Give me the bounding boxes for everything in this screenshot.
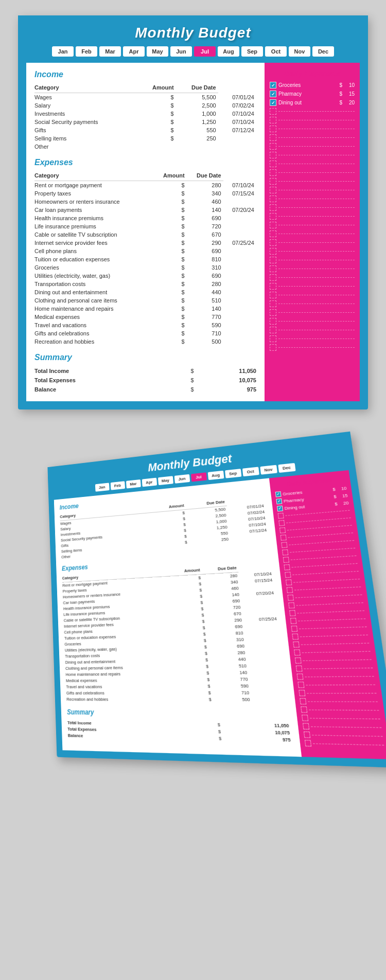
s-empty-checkbox[interactable] xyxy=(283,557,289,563)
second-month-tab-mar[interactable]: Mar xyxy=(126,479,141,489)
empty-checkbox[interactable] xyxy=(270,117,276,123)
daily-checkbox[interactable] xyxy=(270,99,276,106)
s-empty-checkbox[interactable] xyxy=(279,527,286,533)
month-tab-jun[interactable]: Jun xyxy=(170,46,192,57)
second-month-tab-nov[interactable]: Nov xyxy=(260,465,277,475)
month-tab-feb[interactable]: Feb xyxy=(76,46,97,57)
empty-checkbox[interactable] xyxy=(270,327,276,333)
empty-checkbox[interactable] xyxy=(270,143,276,150)
month-tab-jul[interactable]: Jul xyxy=(194,46,216,57)
income-dollar: $ xyxy=(138,134,176,142)
s-empty-checkbox[interactable] xyxy=(290,618,297,624)
s-empty-checkbox[interactable] xyxy=(287,595,294,601)
s-empty-checkbox[interactable] xyxy=(299,690,305,696)
empty-checkbox[interactable] xyxy=(270,108,276,115)
daily-checkbox[interactable] xyxy=(270,82,276,88)
empty-checkbox[interactable] xyxy=(270,344,276,351)
second-month-tab-dec[interactable]: Dec xyxy=(278,463,295,473)
empty-checkbox[interactable] xyxy=(270,292,276,298)
empty-checkbox[interactable] xyxy=(270,204,276,211)
second-month-tab-apr[interactable]: Apr xyxy=(142,478,156,487)
s-empty-checkbox[interactable] xyxy=(305,740,312,746)
empty-checkbox[interactable] xyxy=(270,257,276,263)
s-empty-checkbox[interactable] xyxy=(303,723,309,729)
income-title: Income xyxy=(34,70,256,79)
s-empty-checkbox[interactable] xyxy=(278,520,285,526)
s-empty-checkbox[interactable] xyxy=(288,602,295,609)
month-tab-aug[interactable]: Aug xyxy=(218,46,239,57)
s-empty-checkbox[interactable] xyxy=(302,715,308,721)
s-empty-checkbox[interactable] xyxy=(282,549,288,556)
s-empty-checkbox[interactable] xyxy=(293,642,300,648)
empty-checkbox[interactable] xyxy=(270,126,276,132)
second-month-tab-may[interactable]: May xyxy=(157,476,173,485)
expense-due: 07/15/24 xyxy=(223,189,256,198)
month-tab-sep[interactable]: Sep xyxy=(241,46,263,57)
expense-dollar: $ xyxy=(154,189,187,198)
s-empty-checkbox[interactable] xyxy=(278,513,284,519)
s-empty-checkbox[interactable] xyxy=(285,572,291,578)
second-month-tab-oct[interactable]: Oct xyxy=(242,467,259,477)
second-month-tab-feb[interactable]: Feb xyxy=(110,481,125,490)
expense-row: Medical expenses $ 770 xyxy=(34,313,256,321)
s-empty-checkbox[interactable] xyxy=(284,564,290,571)
month-tab-apr[interactable]: Apr xyxy=(123,46,145,57)
s-empty-checkbox[interactable] xyxy=(289,610,296,616)
income-category: Wages xyxy=(34,93,138,102)
s-empty-checkbox[interactable] xyxy=(304,732,310,738)
empty-checkbox[interactable] xyxy=(270,161,276,167)
s-daily-checkbox[interactable] xyxy=(276,498,282,505)
s-empty-checkbox[interactable] xyxy=(297,673,304,680)
second-month-tab-aug[interactable]: Aug xyxy=(207,471,224,480)
month-tab-may[interactable]: May xyxy=(147,46,168,57)
s-daily-checkbox[interactable] xyxy=(275,491,282,497)
empty-checkbox[interactable] xyxy=(270,169,276,176)
month-tab-mar[interactable]: Mar xyxy=(99,46,121,57)
month-tab-oct[interactable]: Oct xyxy=(265,46,287,57)
s-empty-checkbox[interactable] xyxy=(280,534,287,541)
s-empty-checkbox[interactable] xyxy=(287,587,293,593)
s-empty-checkbox[interactable] xyxy=(301,706,307,713)
second-month-tab-jun[interactable]: Jun xyxy=(174,474,190,484)
empty-checkbox[interactable] xyxy=(270,152,276,158)
empty-checkbox[interactable] xyxy=(270,309,276,316)
s-empty-checkbox[interactable] xyxy=(286,579,292,585)
daily-checkbox[interactable] xyxy=(270,91,276,97)
s-empty-checkbox[interactable] xyxy=(300,698,306,704)
empty-checkbox[interactable] xyxy=(270,248,276,255)
s-empty-line xyxy=(287,525,352,530)
daily-empty-row xyxy=(270,169,355,176)
s-empty-checkbox[interactable] xyxy=(295,657,302,664)
month-tab-dec[interactable]: Dec xyxy=(312,46,334,57)
s-empty-checkbox[interactable] xyxy=(281,542,287,548)
second-month-tab-jan[interactable]: Jan xyxy=(95,483,109,491)
s-empty-checkbox[interactable] xyxy=(296,665,303,671)
empty-checkbox[interactable] xyxy=(270,274,276,281)
s-empty-checkbox[interactable] xyxy=(297,682,304,688)
empty-checkbox[interactable] xyxy=(270,134,276,141)
empty-checkbox[interactable] xyxy=(270,213,276,220)
empty-checkbox[interactable] xyxy=(270,335,276,342)
empty-checkbox[interactable] xyxy=(270,265,276,272)
empty-checkbox[interactable] xyxy=(270,178,276,185)
expense-due: 07/20/24 xyxy=(223,206,256,214)
month-tab-nov[interactable]: Nov xyxy=(289,46,310,57)
expense-category: Internet service provider fees xyxy=(34,239,154,247)
s-empty-checkbox[interactable] xyxy=(294,649,301,655)
empty-checkbox[interactable] xyxy=(270,239,276,246)
month-tab-jan[interactable]: Jan xyxy=(52,46,74,57)
empty-checkbox[interactable] xyxy=(270,195,276,202)
empty-checkbox[interactable] xyxy=(270,283,276,290)
empty-checkbox[interactable] xyxy=(270,300,276,307)
daily-empty-row xyxy=(270,187,355,193)
second-month-tab-jul[interactable]: Jul xyxy=(190,472,206,482)
empty-checkbox[interactable] xyxy=(270,230,276,237)
empty-checkbox[interactable] xyxy=(270,187,276,193)
income-dollar: $ xyxy=(138,93,176,102)
s-empty-checkbox[interactable] xyxy=(291,626,298,632)
s-empty-checkbox[interactable] xyxy=(292,633,299,639)
second-month-tab-sep[interactable]: Sep xyxy=(225,469,241,478)
s-daily-checkbox[interactable] xyxy=(277,506,283,512)
empty-checkbox[interactable] xyxy=(270,222,276,228)
empty-checkbox[interactable] xyxy=(270,318,276,325)
